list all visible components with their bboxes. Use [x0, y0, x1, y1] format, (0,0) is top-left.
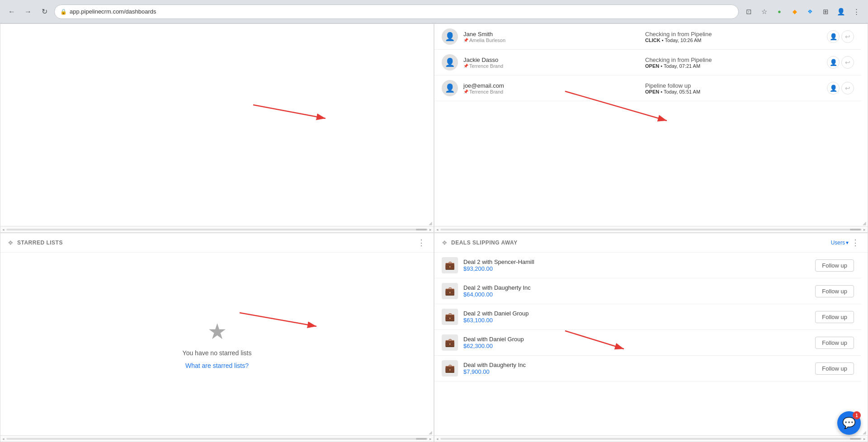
- starred-empty-text: You have no starred lists: [183, 349, 252, 357]
- extension-yellow-button[interactable]: ◆: [788, 5, 801, 18]
- email-item-2: 👤 Jackie Dasso 📌 Terrence Brand Checking…: [434, 50, 861, 75]
- briefcase-icon-4: 💼: [445, 338, 455, 348]
- follow-up-btn-1[interactable]: Follow up: [815, 259, 854, 272]
- email-info-3: joe@email.com 📌 Terrence Brand: [463, 82, 640, 94]
- deal-amount-1: $93,200.00: [463, 265, 810, 272]
- email-name-2: Jackie Dasso: [463, 56, 640, 63]
- deals-list-body: 💼 Deal 2 with Spencer-Hamill $93,200.00 …: [434, 253, 868, 435]
- starred-lists-actions: ⋮: [416, 239, 426, 247]
- briefcase-icon-1: 💼: [445, 260, 455, 270]
- email-via-2: 📌 Terrence Brand: [463, 63, 640, 69]
- tr-hscroll-left[interactable]: ◂: [435, 227, 439, 232]
- email-item-3: 👤 joe@email.com 📌 Terrence Brand Pipelin…: [434, 75, 861, 101]
- resize-corner-tl[interactable]: ◢: [427, 220, 434, 226]
- user-icon-2: 👤: [445, 57, 455, 67]
- follow-up-btn-5[interactable]: Follow up: [815, 362, 854, 375]
- chat-bubble-icon: 💬: [842, 417, 856, 429]
- deal-amount-3: $63,100.00: [463, 317, 810, 324]
- deal-info-2: Deal 2 with Daugherty Inc $64,000.00: [463, 284, 810, 298]
- add-contact-icon-1: 👤: [830, 33, 837, 40]
- reply-icon-1: ↩: [845, 33, 850, 40]
- add-contact-icon-2: 👤: [830, 59, 837, 66]
- tr-hscroll-track: [440, 229, 862, 230]
- deal-amount-4: $62,300.00: [463, 343, 810, 349]
- avatar-jackie-dasso: 👤: [442, 54, 458, 71]
- email-actions-1: 👤 ↩: [827, 30, 854, 43]
- deals-users-btn[interactable]: Users ▾: [831, 240, 849, 246]
- email-item-1: 👤 Jane Smith 📌 Amelia Burleson Checking …: [434, 24, 861, 50]
- chat-badge: 1: [853, 411, 861, 419]
- lock-icon: 🔒: [60, 9, 67, 15]
- browser-chrome: ← → ↻ 🔒 app.pipelinecrm.com/dashboards ⊡…: [0, 0, 868, 24]
- briefcase-icon-3: 💼: [445, 312, 455, 322]
- deal-amount-5: $7,900.00: [463, 368, 810, 375]
- deal-info-5: Deal with Daugherty Inc $7,900.00: [463, 362, 810, 375]
- reply-btn-2[interactable]: ↩: [841, 56, 854, 69]
- starred-lists-empty-state: ★ You have no starred lists What are sta…: [0, 253, 434, 435]
- add-contact-btn-1[interactable]: 👤: [827, 30, 840, 43]
- address-bar[interactable]: 🔒 app.pipelinecrm.com/dashboards: [54, 5, 739, 19]
- reply-btn-1[interactable]: ↩: [841, 30, 854, 43]
- resize-corner-br[interactable]: ◢: [861, 429, 868, 435]
- deal-name-3: Deal 2 with Daniel Group: [463, 310, 810, 317]
- add-contact-btn-3[interactable]: 👤: [827, 82, 840, 94]
- resize-corner-bl[interactable]: ◢: [427, 429, 434, 435]
- extension-green-button[interactable]: ●: [773, 5, 786, 18]
- email-subject-3: Pipeline follow up: [645, 82, 821, 89]
- extension-blue-button[interactable]: ❖: [804, 5, 816, 18]
- tr-hscroll-right[interactable]: ▸: [863, 227, 867, 232]
- hscroll-left-arrow[interactable]: ◂: [1, 227, 5, 232]
- email-status-col-1: Checking in from Pipeline CLICK • Today,…: [645, 31, 821, 43]
- follow-up-btn-2[interactable]: Follow up: [815, 285, 854, 297]
- bl-hscroll-left[interactable]: ◂: [1, 437, 5, 441]
- br-hscroll-right[interactable]: ▸: [863, 437, 867, 441]
- hscroll-thumb: [416, 229, 427, 230]
- forward-button[interactable]: →: [22, 5, 34, 18]
- hscroll-right-arrow[interactable]: ▸: [429, 227, 433, 232]
- bottom-right-hscroll: ◂ ▸: [434, 435, 868, 442]
- refresh-button[interactable]: ↻: [38, 5, 51, 18]
- starred-lists-title: STARRED LISTS: [17, 240, 413, 246]
- email-actions-3: 👤 ↩: [827, 82, 854, 94]
- bookmark-button[interactable]: ☆: [758, 5, 770, 18]
- deal-item-4: 💼 Deal with Daniel Group $62,300.00 Foll…: [434, 330, 861, 356]
- br-hscroll-left[interactable]: ◂: [435, 437, 439, 441]
- star-empty-icon: ★: [208, 319, 227, 344]
- deal-icon-5: 💼: [442, 360, 458, 376]
- chat-bubble[interactable]: 💬 1: [837, 411, 861, 435]
- top-left-hscroll: ◂ ▸: [0, 226, 434, 232]
- email-status-2: OPEN • Today, 07:21 AM: [645, 63, 821, 69]
- deals-grid-icon: ❖: [442, 239, 448, 246]
- email-actions-2: 👤 ↩: [827, 56, 854, 69]
- starred-lists-header: ❖ STARRED LISTS ⋮: [0, 233, 434, 253]
- starred-lists-menu-btn[interactable]: ⋮: [416, 239, 426, 247]
- extensions-button[interactable]: ⊞: [819, 5, 832, 18]
- hscroll-track: [6, 229, 428, 230]
- deal-item-5: 💼 Deal with Daugherty Inc $7,900.00 Foll…: [434, 356, 861, 381]
- starred-lists-help-link[interactable]: What are starred lists?: [185, 362, 249, 369]
- panel-top-left: ◂ ▸ ◢: [0, 24, 434, 233]
- reply-btn-3[interactable]: ↩: [841, 82, 854, 94]
- deal-item-2: 💼 Deal 2 with Daugherty Inc $64,000.00 F…: [434, 278, 861, 304]
- email-list-body: 👤 Jane Smith 📌 Amelia Burleson Checking …: [434, 24, 868, 226]
- deal-info-3: Deal 2 with Daniel Group $63,100.00: [463, 310, 810, 324]
- resize-corner-tr[interactable]: ◢: [861, 220, 868, 226]
- add-contact-btn-2[interactable]: 👤: [827, 56, 840, 69]
- email-status-3: OPEN • Today, 05:51 AM: [645, 89, 821, 94]
- browser-actions: ⊡ ☆ ● ◆ ❖ ⊞ 👤 ⋮: [742, 5, 863, 18]
- deals-menu-btn[interactable]: ⋮: [850, 239, 860, 247]
- follow-up-btn-3[interactable]: Follow up: [815, 311, 854, 323]
- deal-info-4: Deal with Daniel Group $62,300.00: [463, 336, 810, 349]
- back-button[interactable]: ←: [5, 5, 18, 18]
- email-name-1: Jane Smith: [463, 31, 640, 38]
- url-text: app.pipelinecrm.com/dashboards: [70, 8, 156, 15]
- follow-up-btn-4[interactable]: Follow up: [815, 337, 854, 349]
- screenshare-button[interactable]: ⊡: [742, 5, 755, 18]
- bl-hscroll-right[interactable]: ▸: [429, 437, 433, 441]
- deal-name-2: Deal 2 with Daugherty Inc: [463, 284, 810, 291]
- profile-button[interactable]: 👤: [835, 5, 847, 18]
- chrome-menu-button[interactable]: ⋮: [850, 5, 863, 18]
- bl-hscroll-track: [6, 438, 428, 440]
- tr-hscroll-thumb: [850, 229, 861, 230]
- avatar-jane-smith: 👤: [442, 28, 458, 45]
